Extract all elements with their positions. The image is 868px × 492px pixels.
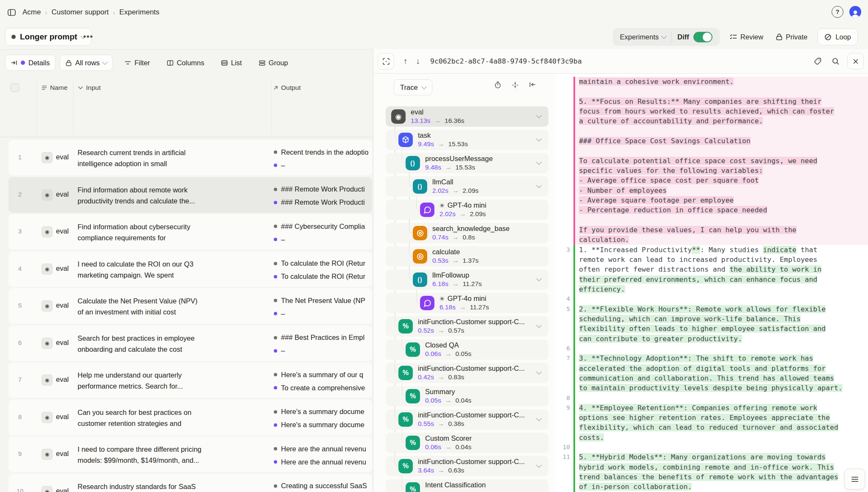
breadcrumb-section[interactable]: Experiments bbox=[120, 8, 159, 17]
chevron-down-icon bbox=[536, 322, 542, 328]
private-button[interactable]: Private bbox=[773, 33, 810, 42]
all-rows-button[interactable]: All rows bbox=[60, 55, 113, 71]
span-duration-right: 0.04s bbox=[455, 443, 471, 451]
trace-span-row[interactable]: % ✳initFunction-Customer support-C... 3.… bbox=[386, 456, 548, 476]
span-durations: 13.13s→16.36s bbox=[411, 117, 465, 125]
collapse-panel-icon[interactable] bbox=[529, 81, 536, 89]
span-duration-right: 11.27s bbox=[462, 280, 481, 288]
column-header-input[interactable]: Input bbox=[78, 84, 100, 92]
diff-line-added: their preferred environments, which can … bbox=[556, 275, 868, 284]
table-row[interactable]: 8 ◉ eval Can you search for best practic… bbox=[8, 400, 372, 435]
table-row[interactable]: 5 ◉ eval Calculate the Net Present Value… bbox=[8, 288, 372, 324]
breadcrumb-project[interactable]: Customer support bbox=[51, 8, 108, 17]
column-divider[interactable] bbox=[271, 79, 272, 135]
diff-line-added: accelerated the adoption of digital tool… bbox=[556, 364, 868, 373]
column-header-name[interactable]: Name bbox=[42, 84, 67, 92]
tag-icon[interactable] bbox=[811, 55, 824, 68]
columns-button[interactable]: Columns bbox=[162, 55, 209, 71]
close-icon[interactable] bbox=[847, 53, 864, 69]
span-duration-right: 1.37s bbox=[462, 257, 479, 264]
table-row[interactable]: 3 ◉ eval Find information about cybersec… bbox=[8, 214, 372, 250]
trace-id: 9c062bc2-a8c7-4a88-9749-5cf840f3c9ba bbox=[430, 57, 811, 65]
table-row[interactable]: 9 ◉ eval I need to compare three differe… bbox=[8, 436, 372, 472]
trace-span-row[interactable]: ✳task 9.49s→15.53s bbox=[386, 130, 548, 150]
details-button[interactable]: Details bbox=[5, 55, 56, 71]
trace-span-row[interactable]: % ✳Closed QA 0.06s→0.05s bbox=[386, 339, 548, 360]
line-number bbox=[556, 383, 570, 393]
chevron-down-icon bbox=[102, 59, 108, 65]
breadcrumb-org[interactable]: Acme bbox=[22, 8, 41, 17]
span-meta: ✳processUserMessage 9.48s→15.53s bbox=[425, 155, 493, 171]
diff-line-text: costs. bbox=[573, 433, 868, 442]
output-bullet bbox=[274, 386, 277, 389]
select-all-checkbox[interactable] bbox=[11, 83, 19, 92]
column-header-output[interactable]: Output bbox=[273, 84, 301, 92]
row-number: 4 bbox=[14, 265, 25, 272]
column-divider[interactable] bbox=[36, 79, 37, 135]
title-row: Longer prompt ••• Experiments Diff bbox=[0, 25, 868, 49]
diff-line-removed: - Average square footage per employee bbox=[556, 195, 868, 205]
diff-highlight-segment: ** bbox=[692, 246, 700, 254]
filter-button[interactable]: Filter bbox=[120, 55, 155, 71]
eval-icon: ◉ bbox=[42, 449, 53, 460]
experiments-view-button[interactable]: Experiments bbox=[615, 33, 672, 41]
span-meta: ✳initFunction-Customer support-C... 0.42… bbox=[418, 364, 525, 381]
trace-span-row[interactable]: ✳calculate 0.53s→1.37s bbox=[386, 246, 548, 267]
avatar[interactable] bbox=[849, 6, 861, 18]
span-meta: ✳initFunction-Customer support-C... 0.52… bbox=[418, 318, 525, 334]
span-type-icon: () bbox=[413, 272, 427, 287]
table-row[interactable]: 1 ◉ eval Research current trends in arti… bbox=[8, 140, 372, 175]
timing-icon[interactable] bbox=[494, 81, 501, 89]
table-row[interactable]: 4 ◉ eval I need to calculate the ROI on … bbox=[8, 251, 372, 287]
trace-span-row[interactable]: % ✳Summary 0.05s→0.04s bbox=[386, 386, 548, 406]
trace-span-row[interactable]: () ✳processUserMessage 9.48s→15.53s bbox=[386, 153, 548, 173]
trace-span-row[interactable]: () ✳llmCall 2.02s→2.09s bbox=[386, 176, 548, 197]
sidebar-toggle-icon[interactable] bbox=[8, 9, 16, 16]
experiment-selector[interactable]: Longer prompt bbox=[5, 28, 92, 46]
next-row-button[interactable]: ↓ bbox=[412, 55, 425, 68]
collapse-rows-icon[interactable] bbox=[512, 81, 519, 89]
span-durations: 0.55s→0.38s bbox=[418, 420, 525, 428]
group-button[interactable]: Group bbox=[254, 55, 293, 71]
span-meta: ✳task 9.49s→15.53s bbox=[418, 131, 468, 148]
trace-span-row[interactable]: % ✳initFunction-Customer support-C... 0.… bbox=[386, 363, 548, 383]
trace-view-selector[interactable]: Trace bbox=[394, 79, 432, 95]
trace-span-row[interactable]: () ✳llmFollowup 6.18s→11.27s bbox=[386, 270, 548, 290]
span-duration-left: 13.13s bbox=[411, 117, 431, 125]
log-menu-button[interactable] bbox=[844, 469, 865, 489]
chevron-down-icon bbox=[536, 159, 542, 165]
line-number bbox=[556, 215, 570, 225]
review-button[interactable]: Review bbox=[727, 33, 766, 42]
span-durations: 0.53s→1.37s bbox=[432, 257, 479, 264]
span-duration-left: 9.48s bbox=[425, 164, 441, 171]
trace-span-row[interactable]: % ✳Intent Classification → bbox=[386, 479, 548, 492]
name-column-label: Name bbox=[50, 84, 67, 92]
diff-highlight-segment: of in-person collaboration. bbox=[579, 483, 692, 491]
all-rows-label: All rows bbox=[75, 59, 100, 67]
previous-row-button[interactable]: ↑ bbox=[399, 55, 412, 68]
diff-toggle[interactable] bbox=[693, 32, 712, 42]
trace-span-row[interactable]: % ✳Custom Scorer 0.06s→0.04s bbox=[386, 433, 548, 453]
help-icon[interactable]: ? bbox=[832, 6, 843, 18]
column-divider[interactable] bbox=[73, 79, 73, 135]
list-button[interactable]: List bbox=[216, 55, 247, 71]
table-row[interactable]: 7 ◉ eval Help me understand our quarterl… bbox=[8, 362, 372, 398]
diff-text-segment: that bbox=[796, 246, 817, 254]
diff-line-text bbox=[573, 146, 868, 156]
trace-span-row[interactable]: ✳GPT-4o mini 2.02s→2.09s bbox=[386, 200, 548, 220]
trace-span-row[interactable]: % ✳initFunction-Customer support-C... 0.… bbox=[386, 409, 548, 430]
trace-span-row[interactable]: ✳GPT-4o mini 6.18s→11.27s bbox=[386, 293, 548, 313]
table-row[interactable]: 2 ◉ eval Find information about remote w… bbox=[8, 177, 372, 213]
more-options-button[interactable]: ••• bbox=[81, 31, 96, 42]
trace-span-row[interactable]: ◉ ✳eval 13.13s→16.36s bbox=[386, 106, 548, 127]
output-text: The Net Present Value (NP bbox=[281, 297, 365, 305]
output-line: – bbox=[274, 235, 370, 244]
loop-button[interactable]: Loop bbox=[818, 28, 858, 45]
arrow-right-icon: → bbox=[445, 443, 452, 451]
table-row[interactable]: 6 ◉ eval Search for best practices in em… bbox=[8, 325, 372, 361]
trace-span-row[interactable]: ✳search_knowledge_base 0.74s→0.8s bbox=[386, 223, 548, 243]
trace-span-row[interactable]: % ✳initFunction-Customer support-C... 0.… bbox=[386, 316, 548, 336]
table-row[interactable]: 10 ◉ eval Research industry standards fo… bbox=[8, 474, 372, 492]
search-icon[interactable] bbox=[829, 55, 842, 68]
expand-trace-icon[interactable] bbox=[378, 53, 394, 69]
